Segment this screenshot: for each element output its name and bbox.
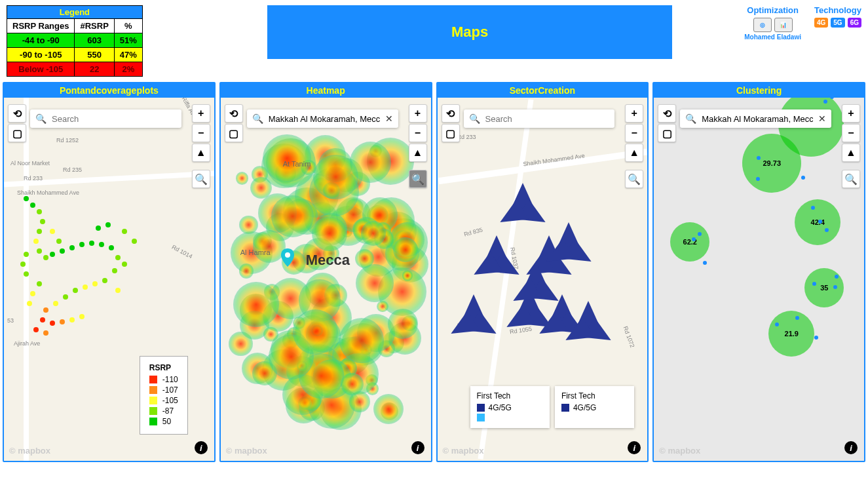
close-icon[interactable]: ✕ [385,113,393,124]
info-icon[interactable]: i [195,441,208,454]
compass-icon[interactable]: ▲ [409,144,427,162]
brand-technology: Technology [814,5,861,15]
zoom-in-button[interactable]: + [192,104,210,123]
legend-col-2: % [114,19,142,33]
location-pin-icon [281,248,294,267]
legend-title: Legend [7,6,143,19]
search-bar[interactable]: 🔍 ✕ [680,109,831,128]
city-label: Mecca [306,252,350,269]
map-panel-clustering: Clustering 29.7342.462.23521.9 🔍 ✕ ⟲ ▢ +… [652,82,865,462]
search-icon: 🔍 [252,113,263,124]
close-icon[interactable]: ✕ [818,113,826,124]
zoom-in-button[interactable]: + [842,104,860,123]
legend-row: Below -105222% [7,62,143,77]
badge-6g: 6G [848,18,861,28]
mapbox-logo: © mapbox [443,446,484,456]
rotate-icon[interactable]: ⟲ [658,104,676,123]
chart-icon: 📊 [774,18,793,32]
zoom-out-button[interactable]: − [625,124,643,142]
mapbox-logo: © mapbox [659,446,700,456]
sector-legend: First Tech 4G/5G First Tech 4G/5G [470,386,635,428]
legend-row: -44 to -9060351% [7,33,143,48]
legend-col-0: RSRP Ranges [7,19,75,33]
brand-block: Optimization ◎ 📊 Mohamed Eladawi Technol… [744,5,861,41]
map-canvas[interactable]: Rd 233 Shaikh Mohammed Ave Rd 835 Rd 103… [438,98,648,461]
zoom-out-button[interactable]: − [409,124,427,142]
map-title: Clustering [654,83,864,98]
magnify-icon[interactable]: 🔍 [192,170,210,188]
magnify-icon[interactable]: 🔍 [409,170,427,188]
zoom-out-button[interactable]: − [192,124,210,142]
frame-icon[interactable]: ▢ [225,124,243,142]
page-title: Maps [267,5,672,59]
map-title: SectorCreation [438,83,648,98]
rsrp-legend: RSRP -110-107-105-8750 [140,356,188,435]
info-icon[interactable]: i [411,441,425,454]
search-input[interactable] [52,114,176,124]
search-bar[interactable]: 🔍 [30,109,181,128]
badge-5g: 5G [831,18,844,28]
map-canvas[interactable]: Al Noor Market Rd 1252 Rd 233 Rd 235 Sha… [4,98,214,461]
frame-icon[interactable]: ▢ [442,124,460,142]
map-title: Pontandcoverageplots [4,83,214,98]
map-panel-coverage: Pontandcoverageplots Al Noor Market Rd 1… [3,82,216,462]
magnify-icon[interactable]: 🔍 [842,170,860,188]
legend-row: -90 to -10555047% [7,48,143,62]
frame-icon[interactable]: ▢ [8,124,26,142]
search-input[interactable] [269,114,380,124]
map-canvas[interactable]: 29.7342.462.23521.9 🔍 ✕ ⟲ ▢ + − ▲ 🔍 © ma… [654,98,864,461]
brand-optimization: Optimization [744,5,801,15]
map-panel-heatmap: Heatmap At Tanim Al Hamra Mecca 🔍 ✕ ⟲ ▢ … [219,82,432,462]
search-icon: 🔍 [685,113,696,124]
rotate-icon[interactable]: ⟲ [225,104,243,123]
magnify-icon[interactable]: 🔍 [625,170,643,188]
laptop-icon: ◎ [753,18,772,32]
search-bar[interactable]: 🔍 [464,109,615,128]
compass-icon[interactable]: ▲ [842,144,860,162]
cluster-circle[interactable]: 35 [804,268,844,307]
badge-4g: 4G [814,18,828,28]
info-icon[interactable]: i [844,441,858,454]
mapbox-logo: © mapbox [226,446,267,456]
search-input[interactable] [485,114,610,124]
search-input[interactable] [702,114,813,124]
map-panel-sector: SectorCreation Rd 233 Shaikh Mohammed Av… [436,82,649,462]
cluster-circle[interactable]: 62.2 [670,222,709,262]
compass-icon[interactable]: ▲ [625,144,643,162]
search-icon: 🔍 [35,113,47,124]
author-label: Mohamed Eladawi [744,33,801,41]
compass-icon[interactable]: ▲ [192,144,210,162]
zoom-in-button[interactable]: + [625,104,643,123]
frame-icon[interactable]: ▢ [658,124,676,142]
zoom-out-button[interactable]: − [842,124,860,142]
cluster-circle[interactable]: 21.9 [768,311,814,357]
map-canvas[interactable]: At Tanim Al Hamra Mecca 🔍 ✕ ⟲ ▢ + − ▲ 🔍 … [221,98,431,461]
zoom-in-button[interactable]: + [409,104,427,123]
search-bar[interactable]: 🔍 ✕ [247,109,398,128]
legend-col-1: #RSRP [75,19,114,33]
legend-table: Legend RSRP Ranges #RSRP % -44 to -90603… [7,5,143,77]
map-title: Heatmap [221,83,431,98]
mapbox-logo: © mapbox [9,446,50,456]
rotate-icon[interactable]: ⟲ [442,104,460,123]
svg-point-0 [285,252,290,258]
rotate-icon[interactable]: ⟲ [8,104,26,123]
search-icon: 🔍 [469,113,480,124]
